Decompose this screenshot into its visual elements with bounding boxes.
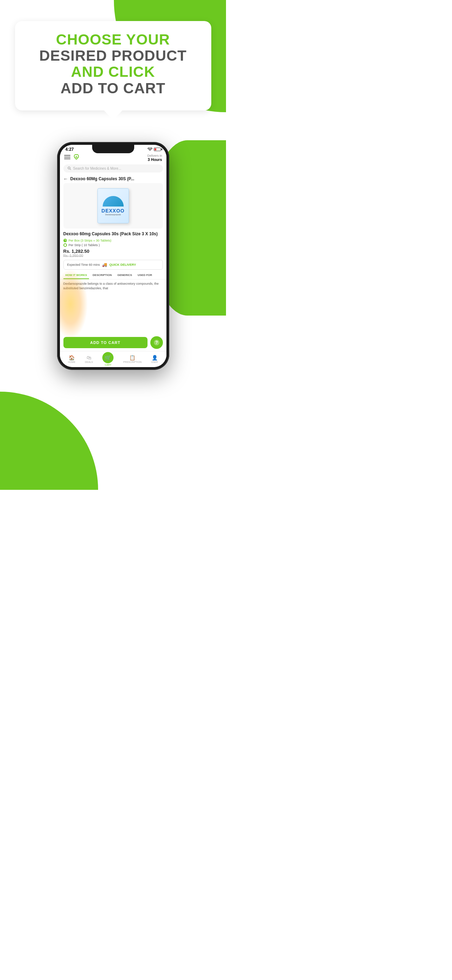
delivery-text: Expected Time 60 mins: [67, 263, 100, 266]
medicine-box-arch: [103, 196, 124, 207]
battery-fill: [154, 148, 156, 150]
price-section: Rs. 1,282.50 Rs. 1,350.00: [63, 248, 163, 258]
search-icon: [68, 167, 71, 170]
header-left: [64, 154, 79, 162]
phone-outer: 4:27: [57, 142, 169, 370]
phone-screen: 4:27: [60, 145, 167, 367]
hamburger-icon[interactable]: [64, 154, 70, 162]
price-original: Rs. 1,350.00: [63, 254, 163, 258]
radio-option-strip[interactable]: Per Strip ( 10 Tablets ): [63, 243, 163, 247]
tab-generics[interactable]: GENERICS: [115, 272, 134, 279]
hero-section: CHOOSE YOUR DESIRED PRODUCT AND CLICK AD…: [0, 0, 226, 121]
search-bar[interactable]: Search for Medicines & More...: [63, 164, 163, 172]
speech-bubble: CHOOSE YOUR DESIRED PRODUCT AND CLICK AD…: [15, 21, 211, 110]
status-icons: [147, 148, 161, 151]
delivery-truck-icon: 🚚: [102, 262, 107, 267]
svg-rect-2: [64, 159, 70, 159]
back-button[interactable]: ←: [63, 176, 68, 181]
nav-deals[interactable]: 🛍 DEALS: [85, 355, 93, 363]
tab-used-for[interactable]: USED FOR: [136, 272, 154, 279]
nav-user[interactable]: 👤 USER: [151, 355, 158, 363]
svg-line-4: [70, 169, 71, 170]
delivery-bar: Expected Time 60 mins 🚚 QUICK DELIVERY: [63, 260, 163, 270]
user-icon: 👤: [152, 355, 158, 360]
nav-home[interactable]: 🏠 HOME: [68, 355, 75, 363]
add-to-cart-button[interactable]: ADD TO CART: [63, 337, 147, 348]
product-page-title: Dexxoo 60Mg Capsules 30S (P...: [70, 177, 135, 181]
tab-description[interactable]: DESCRIPTION: [90, 272, 114, 279]
radio-circle-strip: [63, 243, 67, 247]
add-to-cart-bar: ADD TO CART ?: [60, 336, 167, 351]
svg-rect-1: [64, 157, 70, 158]
status-time: 4:27: [65, 147, 74, 152]
hero-line2: DESIRED PRODUCT: [25, 48, 201, 64]
page-nav: ← Dexxoo 60Mg Capsules 30S (P...: [60, 174, 167, 183]
radio-label-strip: Per Strip ( 10 Tablets ): [69, 243, 100, 247]
app-header: Delivers in 3 Hours: [60, 153, 167, 163]
prescription-icon: 📋: [129, 355, 135, 360]
nav-prescription-label: PRESCRIPTION: [123, 361, 142, 363]
quick-delivery-label: QUICK DELIVERY: [109, 263, 136, 266]
radio-label-box: Per Box (3 Strips = 30 Tablets): [69, 239, 111, 242]
hero-line3: AND CLICK: [25, 64, 201, 80]
cart-icon: 🛒: [105, 355, 111, 361]
phone-notch: [92, 145, 134, 153]
radio-option-box[interactable]: Per Box (3 Strips = 30 Tablets): [63, 239, 163, 242]
home-icon: 🏠: [69, 355, 75, 360]
product-image: DEXXOO Dexlansoprazole: [96, 186, 131, 225]
phone-wrapper: 4:27: [0, 142, 226, 391]
help-button[interactable]: ?: [150, 336, 163, 349]
product-image-container: DEXXOO Dexlansoprazole: [63, 183, 163, 229]
search-placeholder: Search for Medicines & More...: [73, 167, 121, 170]
delivers-in-label: Delivers in: [147, 154, 162, 158]
wifi-icon: [147, 148, 152, 151]
delivers-time: 3 Hours: [147, 158, 162, 162]
deals-icon: 🛍: [87, 355, 92, 360]
app-logo-icon: [73, 154, 79, 162]
cart-circle: 🛒: [102, 352, 114, 363]
product-details: Dexxoo 60mg Capsules 30s (Pack Size 3 X …: [60, 229, 167, 258]
nav-cart-label: CART: [105, 364, 111, 366]
nav-user-label: USER: [151, 361, 158, 363]
nav-deals-label: DEALS: [85, 361, 93, 363]
svg-rect-0: [64, 155, 70, 156]
svg-text:?: ?: [155, 340, 158, 345]
bg-shape-bottom-left: [0, 391, 98, 490]
product-name: Dexxoo 60mg Capsules 30s (Pack Size 3 X …: [63, 231, 163, 237]
description-text: Dexlansoprazole belongs to a class of an…: [60, 280, 167, 293]
bottom-nav: 🏠 HOME 🛍 DEALS 🛒 CART 📋 PRESCRIPTION: [60, 351, 167, 367]
hero-line4: ADD TO CART: [25, 80, 201, 96]
nav-cart[interactable]: 🛒 CART: [102, 352, 114, 366]
radio-options: Per Box (3 Strips = 30 Tablets) Per Stri…: [63, 239, 163, 247]
product-tabs: HOW IT WORKS DESCRIPTION GENERICS USED F…: [60, 272, 167, 280]
delivers-info: Delivers in 3 Hours: [147, 154, 162, 162]
nav-prescription[interactable]: 📋 PRESCRIPTION: [123, 355, 142, 363]
help-icon: ?: [154, 339, 160, 346]
hero-line1: CHOOSE YOUR: [25, 32, 201, 48]
radio-circle-box: [63, 239, 67, 242]
tab-how-it-works[interactable]: HOW IT WORKS: [63, 272, 89, 279]
battery-icon: [154, 148, 161, 151]
nav-home-label: HOME: [68, 361, 75, 363]
medicine-box-illustration: DEXXOO Dexlansoprazole: [97, 188, 129, 223]
medicine-box-brand: DEXXOO: [102, 208, 125, 213]
medicine-box-subtitle: Dexlansoprazole: [105, 213, 121, 216]
price-current: Rs. 1,282.50: [63, 248, 163, 254]
